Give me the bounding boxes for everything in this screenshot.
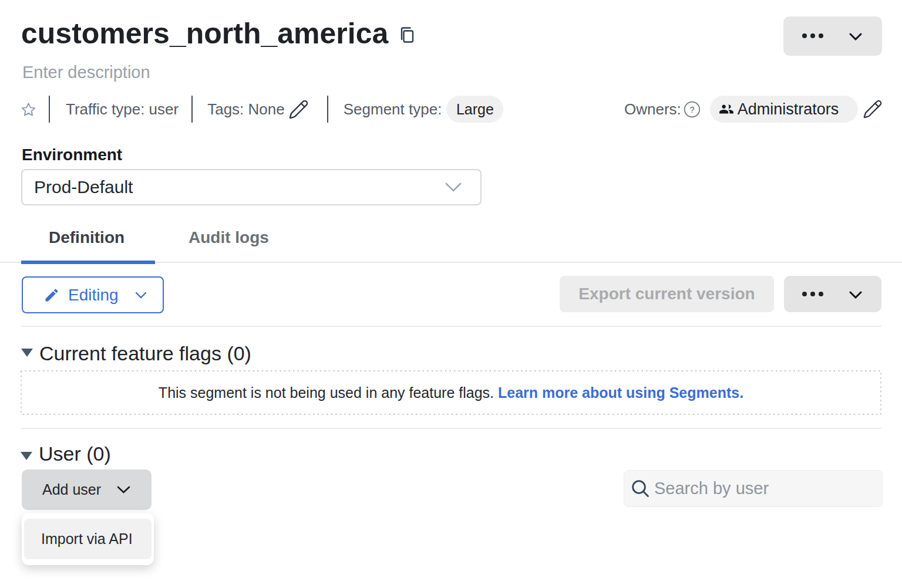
svg-text:?: ? xyxy=(689,104,694,114)
